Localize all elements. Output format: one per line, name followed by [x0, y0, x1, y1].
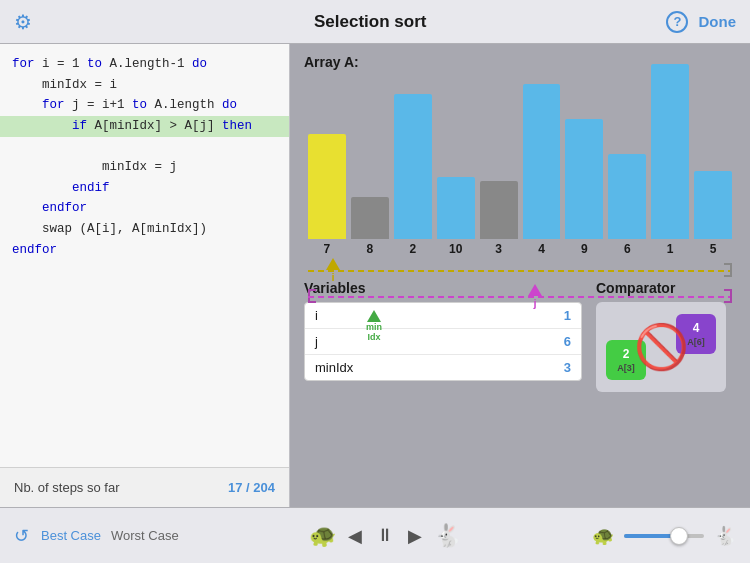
bar-num-0: 7 — [324, 242, 331, 256]
bar-num-9: 5 — [710, 242, 717, 256]
var-name-minIdx: minIdx — [315, 360, 353, 375]
minidx-arrow: minIdx — [366, 310, 382, 343]
chart-section: 78210349615 i j — [304, 76, 736, 276]
bars-container: 78210349615 — [304, 76, 736, 256]
code-area: for i = 1 to A.length-1 do minIdx = i fo… — [0, 44, 289, 467]
bottom-center: 🐢 ◀ ⏸ ▶ 🐇 — [309, 523, 461, 549]
bottom-right: 🐢 🐇 — [592, 525, 736, 547]
bottom-left: ↺ Best Case Worst Case — [14, 525, 179, 547]
bar-num-8: 1 — [667, 242, 674, 256]
top-bar-right: ? Done — [666, 11, 736, 33]
steps-bar: Nb. of steps so far 17 / 204 — [0, 467, 289, 507]
bar-0 — [308, 134, 346, 239]
rabbit-small-icon: 🐇 — [714, 525, 736, 547]
bar-col-4: 3 — [480, 181, 518, 256]
bar-num-6: 9 — [581, 242, 588, 256]
rabbit-icon: 🐇 — [434, 523, 461, 549]
refresh-icon[interactable]: ↺ — [14, 525, 29, 547]
no-sign-icon: 🚫 — [634, 321, 689, 373]
bar-9 — [694, 171, 732, 239]
page-title: Selection sort — [314, 12, 426, 32]
bar-col-1: 8 — [351, 197, 389, 256]
bar-col-5: 4 — [523, 84, 561, 256]
i-arrow: i — [326, 258, 340, 283]
bar-col-7: 6 — [608, 154, 646, 256]
i-indicator-row: i — [308, 258, 732, 282]
bar-1 — [351, 197, 389, 239]
code-line-6: endif — [12, 181, 110, 195]
playback-controls: ◀ ⏸ ▶ — [344, 523, 426, 549]
pause-button[interactable]: ⏸ — [372, 523, 398, 548]
bar-6 — [565, 119, 603, 239]
comparator-left-label: A[3] — [617, 363, 635, 373]
bar-col-2: 2 — [394, 94, 432, 256]
bar-8 — [651, 64, 689, 239]
code-line-7: endfor — [12, 201, 87, 215]
bar-5 — [523, 84, 561, 239]
best-case-label[interactable]: Best Case — [41, 528, 101, 543]
bar-num-1: 8 — [367, 242, 374, 256]
bar-num-7: 6 — [624, 242, 631, 256]
top-bar: ⚙ Selection sort ? Done — [0, 0, 750, 44]
var-value-minIdx: 3 — [564, 360, 571, 375]
code-line-2: minIdx = i — [12, 78, 117, 92]
steps-label: Nb. of steps so far — [14, 480, 120, 495]
bar-col-9: 5 — [694, 171, 732, 256]
bar-col-0: 7 — [308, 134, 346, 256]
bar-num-4: 3 — [495, 242, 502, 256]
help-icon[interactable]: ? — [666, 11, 688, 33]
case-labels: Best Case Worst Case — [41, 528, 179, 543]
bar-num-2: 2 — [409, 242, 416, 256]
prev-button[interactable]: ◀ — [344, 523, 366, 549]
var-row-minIdx: minIdx3 — [305, 355, 581, 380]
code-line-1: for i = 1 to A.length-1 do — [12, 57, 207, 71]
bar-col-6: 9 — [565, 119, 603, 256]
worst-case-label[interactable]: Worst Case — [111, 528, 179, 543]
bar-num-5: 4 — [538, 242, 545, 256]
bar-3 — [437, 177, 475, 239]
left-panel: for i = 1 to A.length-1 do minIdx = i fo… — [0, 44, 290, 507]
top-bar-left: ⚙ — [14, 10, 74, 34]
bar-col-3: 10 — [437, 177, 475, 256]
code-line-5: minIdx = j — [12, 160, 177, 174]
bar-7 — [608, 154, 646, 239]
right-panel: Array A: 78210349615 i — [290, 44, 750, 507]
bar-2 — [394, 94, 432, 239]
comparator-box: 2 A[3] 4 A[6] 🚫 — [596, 302, 726, 392]
code-line-4: if A[minIdx] > A[j] then — [0, 116, 289, 137]
comparator-right-value: 4 — [693, 321, 700, 335]
next-button[interactable]: ▶ — [404, 523, 426, 549]
done-button[interactable]: Done — [698, 13, 736, 30]
code-line-9: endfor — [12, 243, 57, 257]
bar-num-3: 10 — [449, 242, 462, 256]
main-content: for i = 1 to A.length-1 do minIdx = i fo… — [0, 44, 750, 507]
code-line-3: for j = i+1 to A.length do — [12, 98, 237, 112]
turtle-small-icon: 🐢 — [592, 525, 614, 547]
speed-slider[interactable] — [624, 534, 704, 538]
code-line-8: swap (A[i], A[minIdx]) — [12, 222, 207, 236]
comparator-right-label: A[6] — [687, 337, 705, 347]
bottom-bar: ↺ Best Case Worst Case 🐢 ◀ ⏸ ▶ 🐇 🐢 🐇 — [0, 507, 750, 563]
bar-col-8: 1 — [651, 64, 689, 256]
bar-4 — [480, 181, 518, 239]
j-arrow: j — [528, 284, 542, 309]
comparator-left-value: 2 — [623, 347, 630, 361]
steps-value: 17 / 204 — [228, 480, 275, 495]
turtle-icon: 🐢 — [309, 523, 336, 549]
gear-icon[interactable]: ⚙ — [14, 10, 32, 34]
